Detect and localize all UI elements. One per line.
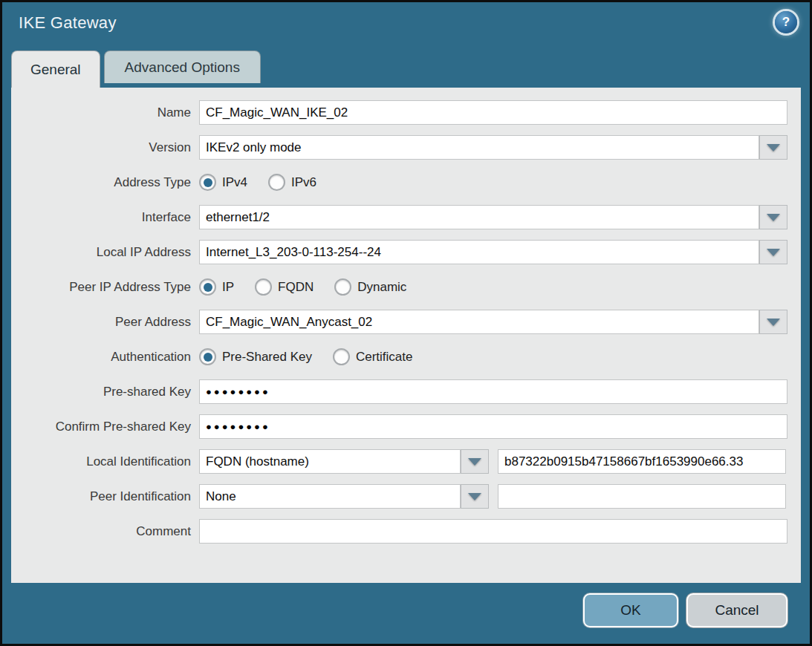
peer-ip-address-type-row: Peer IP Address Type IP FQDN Dynamic [11,275,801,299]
comment-input[interactable] [199,519,787,544]
help-icon[interactable]: ? [775,11,797,33]
pre-shared-key-input[interactable] [199,379,787,404]
peer-ip-address-type-label: Peer IP Address Type [11,280,199,295]
address-type-radio-group: IPv4 IPv6 [199,174,331,191]
local-identification-value-input[interactable] [498,449,786,474]
peer-ip-address-type-radio-group: IP FQDN Dynamic [199,278,421,296]
local-ip-address-row: Local IP Address [11,240,801,264]
radio-pre-shared-key[interactable] [199,348,216,365]
address-type-row: Address Type IPv4 IPv6 [11,170,801,195]
title-bar: IKE Gateway ? [2,2,810,50]
pre-shared-key-row: Pre-shared Key [11,379,801,404]
version-dropdown-button[interactable] [759,135,787,160]
radio-dynamic-label: Dynamic [357,280,406,295]
authentication-label: Authentication [11,350,199,365]
cancel-button[interactable]: Cancel [686,593,787,627]
tab-advanced-options-label: Advanced Options [125,59,240,76]
confirm-pre-shared-key-row: Confirm Pre-shared Key [11,414,801,439]
confirm-pre-shared-key-input[interactable] [199,414,787,439]
interface-label: Interface [11,210,199,225]
pre-shared-key-label: Pre-shared Key [11,385,199,399]
radio-ipv4[interactable] [199,174,216,191]
peer-identification-value-input[interactable] [498,484,786,509]
peer-address-row: Peer Address [11,310,801,334]
ok-button[interactable]: OK [583,593,678,627]
radio-dynamic[interactable] [334,278,351,296]
general-tab-panel: Name Version Address Type IPv4 IPv6 Inte… [11,88,801,583]
interface-row: Interface [11,205,801,229]
radio-fqdn[interactable] [255,278,272,296]
radio-fqdn-label: FQDN [278,280,314,295]
peer-address-dropdown-button[interactable] [759,310,787,334]
dialog-title: IKE Gateway [19,13,117,33]
radio-ipv6[interactable] [268,174,285,191]
comment-row: Comment [11,519,801,544]
local-ip-address-dropdown-button[interactable] [759,240,787,264]
peer-address-input[interactable] [199,310,759,334]
local-identification-row: Local Identification [11,449,801,474]
radio-certificate[interactable] [333,348,350,365]
authentication-radio-group: Pre-Shared Key Certificate [199,348,427,365]
chevron-down-icon [767,249,780,256]
name-label: Name [11,105,199,120]
radio-certificate-label: Certificate [356,350,413,365]
tab-advanced-options[interactable]: Advanced Options [104,50,261,83]
version-label: Version [11,140,199,155]
comment-label: Comment [11,524,199,539]
authentication-row: Authentication Pre-Shared Key Certificat… [11,345,801,369]
name-row: Name [11,100,801,125]
local-identification-label: Local Identification [11,454,199,469]
interface-dropdown-button[interactable] [759,205,787,229]
radio-pre-shared-key-label: Pre-Shared Key [222,350,312,365]
cancel-button-label: Cancel [715,602,759,619]
help-icon-glyph: ? [782,15,790,30]
chevron-down-icon [767,319,780,326]
chevron-down-icon [767,144,780,151]
confirm-pre-shared-key-label: Confirm Pre-shared Key [11,420,199,434]
radio-ip-label: IP [222,280,234,295]
tab-bar: General Advanced Options [11,50,810,88]
ok-button-label: OK [620,602,640,619]
version-row: Version [11,135,801,160]
peer-identification-type-dropdown-button[interactable] [461,484,489,509]
chevron-down-icon [468,493,481,500]
version-input[interactable] [199,135,759,160]
interface-input[interactable] [199,205,759,229]
tab-general[interactable]: General [11,50,100,88]
address-type-label: Address Type [11,175,199,190]
peer-identification-label: Peer Identification [11,489,199,504]
radio-ip[interactable] [199,278,216,296]
peer-address-label: Peer Address [11,315,199,330]
chevron-down-icon [767,214,780,221]
chevron-down-icon [468,458,481,466]
local-identification-type-input[interactable] [199,449,461,474]
radio-ipv4-label: IPv4 [222,175,247,190]
radio-ipv6-label: IPv6 [291,175,316,190]
ike-gateway-dialog: IKE Gateway ? General Advanced Options N… [0,0,812,646]
dialog-footer: OK Cancel [2,593,787,627]
local-ip-address-label: Local IP Address [11,245,199,260]
tab-general-label: General [30,62,81,78]
peer-identification-type-input[interactable] [199,484,461,509]
local-ip-address-input[interactable] [199,240,759,264]
local-identification-type-dropdown-button[interactable] [461,449,489,474]
name-input[interactable] [199,100,787,125]
peer-identification-row: Peer Identification [11,484,801,509]
